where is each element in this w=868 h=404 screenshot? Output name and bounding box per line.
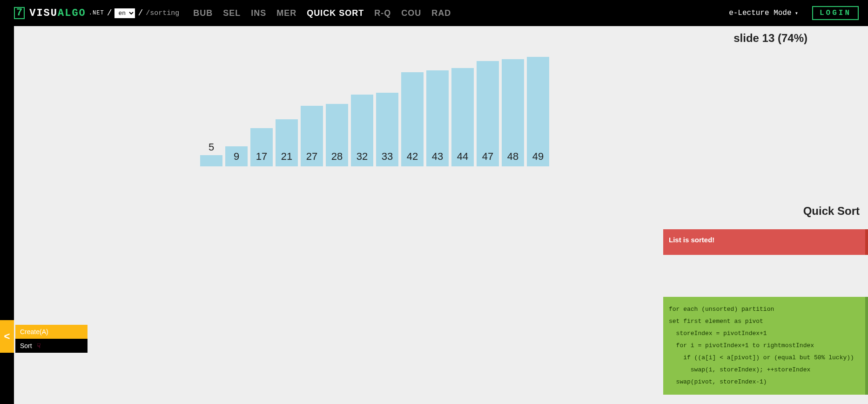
bar-label: 43 [426,151,449,163]
bar: 48 [502,59,524,166]
bar: 47 [477,61,499,166]
logo[interactable]: 7 VISUALGO .NET [14,7,104,19]
bar: 5 [200,155,222,166]
algo-tab-rad[interactable]: RAD [431,8,451,18]
bars-container: 59172127283233424344474849 [200,57,549,166]
cursor-icon: ☟ [37,342,41,349]
bar-label: 33 [376,151,398,163]
top-bar: 7 VISUALGO .NET / en / /sorting BUBSELIN… [0,0,868,26]
bar-label: 47 [477,151,499,163]
breadcrumb-path[interactable]: /sorting [146,9,179,17]
bar-label: 42 [401,151,424,163]
bar: 27 [301,106,323,166]
bar-rect [200,155,222,166]
bar-label: 28 [326,151,348,163]
sort-button[interactable]: Sort ☟ [15,339,87,353]
logo-icon: 7 [14,7,25,19]
action-menu: Create(A) Sort ☟ [15,325,87,353]
bar-rect [527,57,549,166]
status-panel[interactable]: List is sorted! [663,229,868,255]
algorithm-title: Quick Sort [803,205,860,218]
create-button[interactable]: Create(A) [15,325,87,339]
bar: 32 [351,95,373,166]
algo-tab-quick-sort[interactable]: QUICK SORT [307,8,364,18]
algo-tab-mer[interactable]: MER [276,8,296,18]
sort-label: Sort [20,342,32,349]
slash-separator: / [107,8,112,18]
bar: 28 [326,104,348,166]
bar: 42 [401,72,424,166]
bar: 21 [276,119,298,166]
language-select[interactable]: en [114,8,135,18]
algo-tab-cou[interactable]: COU [401,8,421,18]
pseudocode-panel[interactable]: for each (unsorted) partition set first … [663,297,868,395]
bar-label: 32 [351,151,373,163]
bar-label: 5 [200,141,222,153]
algo-tab-bub[interactable]: BUB [193,8,213,18]
slash-separator-2: / [138,8,143,18]
bar-label: 21 [276,151,298,163]
algo-tab-sel[interactable]: SEL [223,8,241,18]
bar: 9 [225,146,248,166]
bar-label: 27 [301,151,323,163]
bar: 43 [426,70,449,166]
logo-text: VISUALGO [29,7,86,19]
bar-label: 17 [250,151,273,163]
bar: 17 [250,128,273,166]
bar: 49 [527,57,549,166]
login-button[interactable]: LOGIN [812,6,859,20]
left-panel-toggle[interactable]: < [0,320,14,353]
algo-tab-ins[interactable]: INS [251,8,266,18]
visualization-canvas: slide 13 (74%) 5917212728323342434447484… [14,26,868,404]
bar: 44 [451,68,474,166]
bar-label: 49 [527,151,549,163]
slide-indicator: slide 13 (74%) [733,32,807,45]
logo-net: .NET [89,10,104,16]
bar-label: 9 [225,151,248,163]
bar-label: 44 [451,151,474,163]
bar: 33 [376,93,398,166]
algorithm-nav: BUBSELINSMERQUICK SORTR-QCOURAD [193,8,451,18]
bar-label: 48 [502,151,524,163]
algo-tab-r-q[interactable]: R-Q [374,8,391,18]
lecture-mode-dropdown[interactable]: e-Lecture Mode [729,9,798,17]
